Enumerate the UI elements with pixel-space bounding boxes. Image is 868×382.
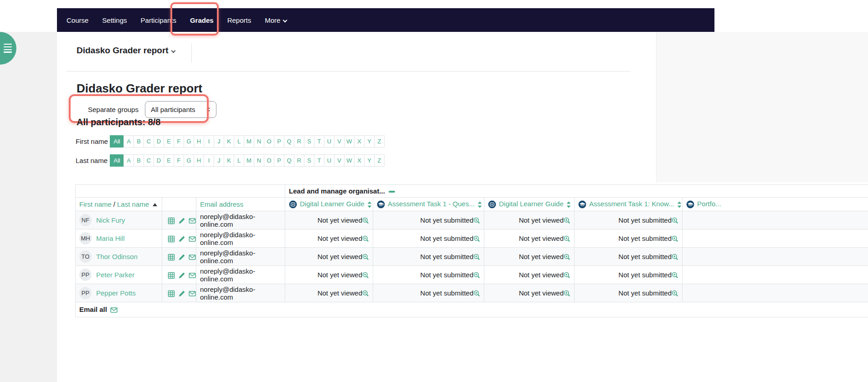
filter-last-letter-F[interactable]: F	[174, 154, 184, 167]
filter-first-letter-Q[interactable]: Q	[284, 135, 294, 148]
filter-last-letter-K[interactable]: K	[224, 154, 234, 167]
mail-icon[interactable]	[189, 272, 196, 279]
filter-first-letter-W[interactable]: W	[344, 135, 354, 148]
filter-first-letter-I[interactable]: I	[204, 135, 214, 148]
filter-last-letter-W[interactable]: W	[344, 154, 354, 167]
zoom-in-icon[interactable]	[473, 272, 480, 279]
filter-last-letter-Z[interactable]: Z	[374, 154, 385, 167]
assignment-link[interactable]: Assessment Task 1: Know...	[589, 200, 674, 208]
zoom-in-icon[interactable]	[473, 254, 480, 260]
mail-icon[interactable]	[189, 217, 196, 224]
collapse-category-icon[interactable]	[389, 191, 395, 193]
sort-updown-icon[interactable]	[566, 201, 571, 208]
zoom-in-icon[interactable]	[564, 254, 570, 260]
grades-grid-icon[interactable]	[168, 272, 175, 279]
sort-updown-icon[interactable]	[677, 201, 682, 208]
email-all-link[interactable]: Email all	[79, 306, 107, 313]
learner-name-link[interactable]: Maria Hill	[96, 234, 125, 242]
filter-last-letter-R[interactable]: R	[294, 154, 304, 167]
sort-updown-icon[interactable]	[478, 201, 482, 208]
nav-item-grades[interactable]: Grades	[190, 16, 214, 24]
nav-item-participants[interactable]: Participants	[141, 16, 176, 24]
filter-first-letter-K[interactable]: K	[224, 135, 234, 148]
edit-pencil-icon[interactable]	[178, 254, 185, 261]
filter-first-letter-O[interactable]: O	[264, 135, 274, 148]
zoom-in-icon[interactable]	[564, 290, 570, 297]
zoom-in-icon[interactable]	[672, 235, 678, 242]
filter-first-letter-L[interactable]: L	[234, 135, 244, 148]
filter-last-all[interactable]: All	[110, 154, 124, 167]
zoom-in-icon[interactable]	[362, 235, 369, 242]
filter-first-letter-E[interactable]: E	[164, 135, 174, 148]
zoom-in-icon[interactable]	[564, 235, 570, 242]
edit-pencil-icon[interactable]	[178, 235, 185, 243]
zoom-in-icon[interactable]	[473, 290, 480, 297]
assignment-link[interactable]: Digital Learner Guide	[300, 200, 365, 208]
mail-icon[interactable]	[189, 290, 196, 297]
filter-first-letter-D[interactable]: D	[154, 135, 164, 148]
filter-first-letter-F[interactable]: F	[174, 135, 184, 148]
sort-first-name-link[interactable]: First name	[79, 200, 112, 208]
nav-item-more[interactable]: More	[265, 16, 287, 24]
filter-first-letter-G[interactable]: G	[184, 135, 194, 148]
filter-last-letter-U[interactable]: U	[324, 154, 334, 167]
filter-last-letter-D[interactable]: D	[154, 154, 164, 167]
filter-last-letter-N[interactable]: N	[254, 154, 264, 167]
learner-name-link[interactable]: Thor Odinson	[96, 253, 138, 260]
filter-last-letter-X[interactable]: X	[354, 154, 365, 167]
filter-last-letter-G[interactable]: G	[184, 154, 194, 167]
zoom-in-icon[interactable]	[672, 272, 678, 279]
filter-first-letter-X[interactable]: X	[354, 135, 365, 148]
filter-first-letter-P[interactable]: P	[274, 135, 284, 148]
filter-last-letter-Y[interactable]: Y	[364, 154, 375, 167]
filter-last-letter-Q[interactable]: Q	[284, 154, 294, 167]
filter-last-letter-B[interactable]: B	[134, 154, 144, 167]
zoom-in-icon[interactable]	[362, 290, 369, 297]
mail-icon[interactable]	[189, 254, 196, 261]
sort-updown-icon[interactable]	[367, 201, 372, 208]
learner-name-link[interactable]: Peter Parker	[96, 271, 134, 279]
edit-pencil-icon[interactable]	[178, 217, 185, 224]
edit-pencil-icon[interactable]	[178, 290, 185, 297]
zoom-in-icon[interactable]	[362, 254, 369, 260]
filter-last-letter-O[interactable]: O	[264, 154, 274, 167]
report-type-selector[interactable]: Didasko Grader report	[77, 46, 175, 56]
filter-last-letter-L[interactable]: L	[234, 154, 244, 167]
zoom-in-icon[interactable]	[473, 217, 480, 224]
learner-name-link[interactable]: Pepper Potts	[96, 289, 136, 297]
assignment-link[interactable]: Portfo...	[697, 200, 721, 208]
filter-first-letter-B[interactable]: B	[134, 135, 144, 148]
nav-item-course[interactable]: Course	[67, 16, 88, 24]
filter-last-letter-P[interactable]: P	[274, 154, 284, 167]
filter-last-letter-T[interactable]: T	[314, 154, 324, 167]
filter-first-letter-S[interactable]: S	[304, 135, 314, 148]
filter-last-letter-J[interactable]: J	[214, 154, 224, 167]
zoom-in-icon[interactable]	[672, 254, 678, 260]
zoom-in-icon[interactable]	[672, 290, 678, 297]
zoom-in-icon[interactable]	[564, 272, 570, 279]
filter-last-letter-S[interactable]: S	[304, 154, 314, 167]
grades-grid-icon[interactable]	[168, 235, 175, 243]
zoom-in-icon[interactable]	[672, 217, 678, 224]
filter-first-letter-N[interactable]: N	[254, 135, 264, 148]
filter-last-letter-H[interactable]: H	[194, 154, 204, 167]
filter-last-letter-A[interactable]: A	[123, 154, 134, 167]
grades-grid-icon[interactable]	[168, 290, 175, 297]
zoom-in-icon[interactable]	[564, 217, 570, 224]
mail-icon[interactable]	[189, 235, 196, 243]
filter-last-letter-I[interactable]: I	[204, 154, 214, 167]
sort-last-name-link[interactable]: Last name	[117, 200, 149, 208]
filter-first-letter-Y[interactable]: Y	[364, 135, 375, 148]
grades-grid-icon[interactable]	[168, 217, 175, 224]
nav-item-reports[interactable]: Reports	[227, 16, 252, 24]
filter-first-letter-J[interactable]: J	[214, 135, 224, 148]
filter-first-letter-A[interactable]: A	[123, 135, 134, 148]
assignment-link[interactable]: Assessment Task 1 - Ques...	[388, 200, 475, 208]
filter-first-all[interactable]: All	[110, 135, 124, 148]
grades-grid-icon[interactable]	[168, 254, 175, 261]
learner-name-link[interactable]: Nick Fury	[96, 216, 125, 224]
filter-first-letter-T[interactable]: T	[314, 135, 324, 148]
filter-last-letter-E[interactable]: E	[164, 154, 174, 167]
filter-last-letter-V[interactable]: V	[334, 154, 344, 167]
filter-last-letter-M[interactable]: M	[244, 154, 254, 167]
